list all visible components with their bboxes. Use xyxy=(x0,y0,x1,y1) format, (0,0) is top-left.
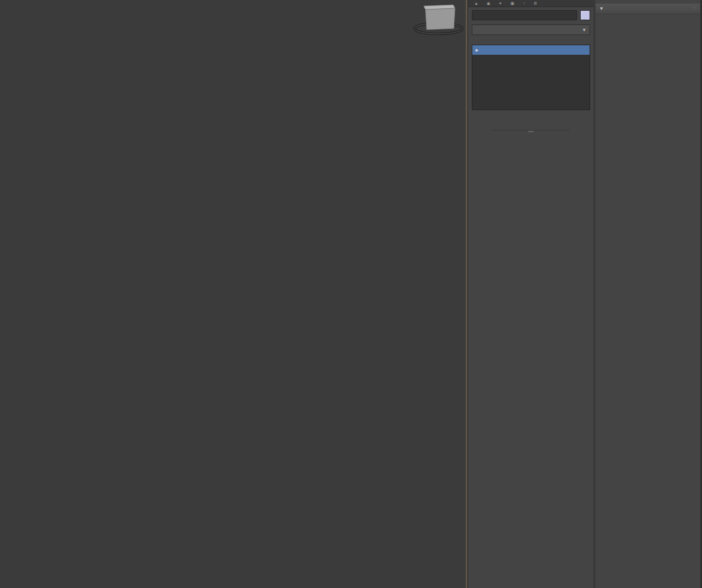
chevron-down-icon: ▼ xyxy=(582,27,587,33)
geometry-panel: ▼ ∷ xyxy=(596,0,700,588)
rollout-header-geometry[interactable]: ▼ ∷ xyxy=(596,4,700,14)
viewport-canvas xyxy=(0,0,466,588)
command-panel-tabs[interactable]: ▲◉✦▣◔⚙ xyxy=(468,0,594,7)
rollout-collapse-icon[interactable]: ▼ xyxy=(599,6,604,11)
command-panel: ▲◉✦▣◔⚙ ▼ ► ▾▾▾ xyxy=(468,0,594,588)
viewport[interactable] xyxy=(0,0,466,588)
stack-item-editable-spline[interactable]: ► xyxy=(472,45,590,55)
viewcube[interactable] xyxy=(413,2,463,37)
rollout-drag-dots: ∷ xyxy=(693,6,697,11)
modifier-stack[interactable]: ► xyxy=(472,45,590,110)
object-name-input[interactable] xyxy=(472,10,577,20)
panel-resize-grip[interactable]: ▾▾▾ xyxy=(492,130,570,134)
object-color-swatch[interactable] xyxy=(580,10,590,20)
stack-toolbar xyxy=(474,114,588,127)
expand-arrow-icon[interactable]: ► xyxy=(475,48,480,53)
modifier-list-dropdown[interactable]: ▼ xyxy=(472,24,590,35)
3dsmax-window: ▲◉✦▣◔⚙ ▼ ► ▾▾▾ ▼ ∷ xyxy=(0,0,702,588)
